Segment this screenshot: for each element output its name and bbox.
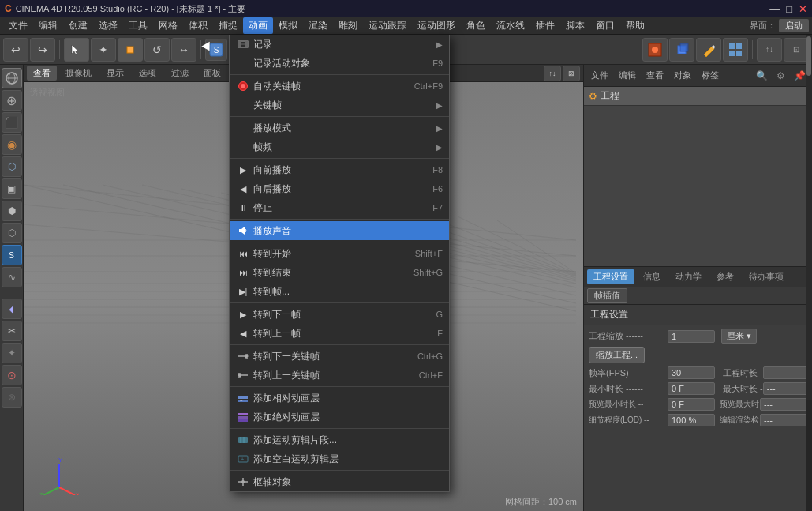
- menu-render[interactable]: 渲染: [303, 17, 333, 34]
- extra-icon-1[interactable]: ↑↓: [757, 38, 782, 62]
- sidebar-icon-fx3[interactable]: ✦: [2, 343, 22, 363]
- obj-tags[interactable]: 标签: [698, 68, 723, 83]
- dd-item-add-empty-clip[interactable]: + 添加空白运动剪辑层: [230, 449, 449, 468]
- restore-button[interactable]: □: [786, 3, 792, 15]
- menu-motion-graph[interactable]: 运动图形: [412, 17, 461, 34]
- menu-pipeline[interactable]: 流水线: [491, 17, 530, 34]
- prop-tab-ref[interactable]: 参考: [710, 269, 740, 284]
- main-scrollbar[interactable]: [806, 35, 812, 400]
- dd-item-play-sound[interactable]: 播放声音: [230, 221, 449, 240]
- dd-item-add-abs-layer[interactable]: 添加绝对动画层: [230, 408, 449, 426]
- dd-item-next-key[interactable]: 转到下一关键帧 Ctrl+G: [230, 347, 449, 366]
- vp-icon-2[interactable]: ⊠: [563, 66, 580, 81]
- dd-item-play-fwd[interactable]: ▶ 向前播放 F8: [230, 160, 449, 179]
- scale-project-btn[interactable]: 缩放工程...: [589, 347, 645, 363]
- menu-snap[interactable]: 捕捉: [213, 17, 243, 34]
- dd-item-keyframe[interactable]: 关键帧 ▶: [230, 96, 449, 115]
- redo-button[interactable]: ↪: [30, 38, 55, 62]
- transform-tool[interactable]: ↔: [171, 38, 196, 62]
- dd-item-goto-start[interactable]: ⏮ 转到开始 Shift+F: [230, 244, 449, 263]
- sidebar-icon-select[interactable]: ⬛: [2, 112, 22, 133]
- menu-mesh[interactable]: 网格: [153, 17, 183, 34]
- prop-input-prevmax[interactable]: [760, 398, 807, 411]
- obj-view[interactable]: 查看: [642, 68, 668, 83]
- prop-input-fps[interactable]: [668, 366, 715, 379]
- sidebar-icon-move[interactable]: ⊕: [2, 90, 22, 111]
- settings-icon[interactable]: ⚙: [773, 70, 788, 81]
- rotate-tool[interactable]: ↺: [144, 38, 170, 62]
- sidebar-icon-null[interactable]: [2, 68, 22, 88]
- dd-item-pivot[interactable]: 枢轴对象: [230, 472, 449, 491]
- sidebar-icon-scale2[interactable]: ⬡: [2, 156, 22, 177]
- prop-input-scale[interactable]: [668, 330, 715, 343]
- frame-interp-tab[interactable]: 帧插值: [587, 288, 627, 303]
- vtab-panel[interactable]: 面板: [197, 66, 227, 81]
- dd-item-goto-end[interactable]: ⏭ 转到结束 Shift+G: [230, 263, 449, 282]
- vtab-display[interactable]: 显示: [100, 66, 130, 81]
- viewport-icon-4[interactable]: [723, 38, 748, 62]
- dd-item-playmode[interactable]: 播放模式 ▶: [230, 118, 449, 137]
- undo-button[interactable]: ↩: [3, 38, 28, 62]
- unit-dropdown[interactable]: 厘米 ▾: [721, 329, 757, 344]
- menu-help[interactable]: 帮助: [620, 17, 650, 34]
- interface-mode[interactable]: 启动: [779, 19, 809, 32]
- vtab-view[interactable]: 查看: [27, 66, 57, 81]
- dd-item-add-clip[interactable]: 添加运动剪辑片段...: [230, 430, 449, 449]
- menu-tools[interactable]: 工具: [123, 17, 153, 34]
- sidebar-icon-sculpt[interactable]: ⬡: [2, 223, 22, 243]
- scrollbar-thumb[interactable]: [806, 36, 811, 76]
- viewport-icon-3[interactable]: [696, 38, 721, 62]
- menu-motion-track[interactable]: 运动跟踪: [363, 17, 412, 34]
- scale-tool[interactable]: [118, 38, 143, 62]
- menu-volume[interactable]: 体积: [183, 17, 213, 34]
- vtab-filter[interactable]: 过滤: [165, 66, 195, 81]
- dd-item-record[interactable]: 记录 ▶: [230, 35, 449, 54]
- dd-item-auto-key[interactable]: 自动关键帧 Ctrl+F9: [230, 77, 449, 96]
- sidebar-icon-fx1[interactable]: ⏴: [2, 299, 22, 319]
- sidebar-icon-paint[interactable]: ⬢: [2, 201, 22, 221]
- dd-item-record-active[interactable]: 记录活动对象 F9: [230, 54, 449, 73]
- menu-character[interactable]: 角色: [461, 17, 491, 34]
- obj-objects[interactable]: 对象: [670, 68, 695, 83]
- vtab-camera[interactable]: 摄像机: [59, 66, 98, 81]
- search-icon[interactable]: 🔍: [753, 70, 771, 81]
- menu-create[interactable]: 创建: [63, 17, 93, 34]
- move-tool[interactable]: ✦: [91, 38, 116, 62]
- sidebar-icon-special-1[interactable]: S: [2, 245, 22, 265]
- prop-input-render[interactable]: [760, 414, 807, 426]
- animate-menu-dropdown[interactable]: 记录 ▶ 记录活动对象 F9 自动关键帧 Ctrl+F9 关键帧: [229, 35, 450, 492]
- vtab-options[interactable]: 选项: [133, 66, 163, 81]
- prop-input-prevmin[interactable]: [668, 398, 715, 411]
- menu-script[interactable]: 脚本: [560, 17, 590, 34]
- close-button[interactable]: ✕: [799, 3, 807, 15]
- prop-tab-dynamics[interactable]: 动力学: [669, 269, 708, 284]
- prop-tab-todo[interactable]: 待办事项: [743, 269, 790, 284]
- sidebar-icon-fx2[interactable]: ✂: [2, 321, 22, 341]
- dd-item-goto-frame[interactable]: ▶| 转到帧...: [230, 282, 449, 301]
- dd-item-stop[interactable]: ⏸ 停止 F7: [230, 198, 449, 217]
- prop-tab-project[interactable]: 工程设置: [587, 269, 634, 284]
- dd-item-framerate[interactable]: 帧频 ▶: [230, 137, 449, 156]
- titlebar-controls[interactable]: — □ ✕: [769, 3, 807, 15]
- obj-edit[interactable]: 编辑: [615, 68, 640, 83]
- menu-file[interactable]: 文件: [3, 17, 33, 34]
- viewport-icon-1[interactable]: [642, 38, 668, 62]
- project-item[interactable]: ⚙ 工程: [584, 87, 812, 106]
- prop-input-lod[interactable]: [668, 414, 715, 426]
- menu-select[interactable]: 选择: [93, 17, 123, 34]
- dd-item-prev-frame[interactable]: ◀ 转到上一帧 F: [230, 324, 449, 343]
- sidebar-icon-fx4[interactable]: ⊙: [2, 365, 22, 385]
- vp-icon-1[interactable]: ↑↓: [544, 66, 561, 81]
- obj-file[interactable]: 文件: [587, 68, 612, 83]
- sidebar-icon-poly[interactable]: ▣: [2, 178, 22, 199]
- dd-item-add-rel-layer[interactable]: + 添加相对动画层: [230, 389, 449, 408]
- dd-item-prev-key[interactable]: 转到上一关键帧 Ctrl+F: [230, 366, 449, 385]
- prop-input-projlen[interactable]: [763, 366, 810, 379]
- menu-sculpt[interactable]: 雕刻: [333, 17, 363, 34]
- menu-animate[interactable]: 动画: [243, 17, 273, 34]
- prop-tab-info[interactable]: 信息: [637, 269, 667, 284]
- sidebar-icon-rotate[interactable]: ◉: [2, 134, 22, 155]
- select-tool[interactable]: [64, 38, 89, 62]
- menu-simulate[interactable]: 模拟: [273, 17, 303, 34]
- sidebar-icon-fx5[interactable]: ⊛: [2, 387, 22, 408]
